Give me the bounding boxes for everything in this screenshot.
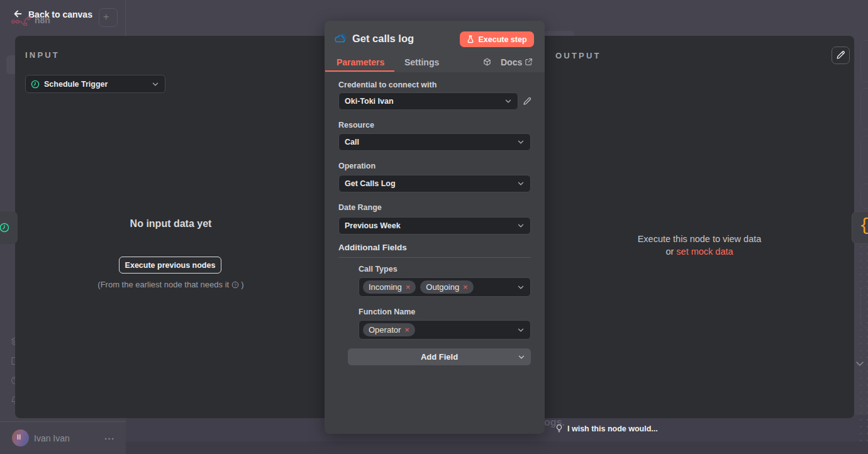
svg-text:?: ? <box>234 283 236 287</box>
